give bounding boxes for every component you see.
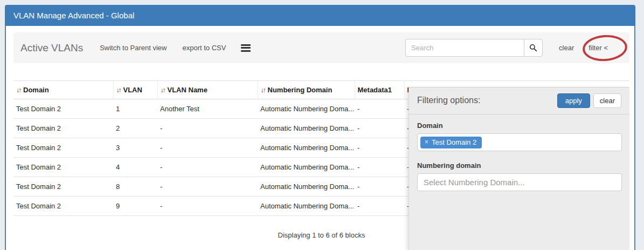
page-title: VLAN Manage Advanced - Global	[13, 11, 134, 20]
cell-numbering_domain: Automatic Numbering Doma...	[258, 119, 355, 138]
search-button[interactable]	[524, 39, 543, 57]
menu-hamburger-icon[interactable]	[241, 43, 251, 53]
column-header-vlan_name[interactable]: ↓↑VLAN Name	[157, 81, 258, 99]
column-header-numbering_domain[interactable]: ↓↑Numbering Domain	[258, 81, 355, 99]
cell-numbering_domain: Automatic Numbering Doma...	[258, 177, 355, 197]
cell-numbering_domain: Automatic Numbering Doma...	[258, 197, 355, 216]
apply-filter-button[interactable]: apply	[557, 93, 590, 108]
cell-domain: Test Domain 2	[13, 177, 113, 197]
cell-metadata1: -	[355, 177, 404, 197]
export-to-csv-button[interactable]: export to CSV	[182, 44, 226, 52]
clear-filter-button[interactable]: clear	[593, 93, 621, 108]
cell-vlan_name: -	[157, 177, 258, 197]
column-header-metadata1: Metadata1	[355, 81, 404, 99]
cell-domain: Test Domain 2	[13, 158, 113, 177]
cell-vlan: 9	[113, 197, 157, 216]
cell-vlan: 2	[113, 119, 157, 138]
clear-search-button[interactable]: clear	[559, 44, 574, 52]
numbering-domain-filter-label: Numbering domain	[417, 161, 621, 170]
cell-vlan: 3	[113, 138, 157, 158]
cell-domain: Test Domain 2	[13, 119, 113, 138]
search-icon	[529, 44, 537, 52]
cell-vlan_name: -	[157, 197, 258, 216]
domain-filter-label: Domain	[417, 121, 621, 130]
domain-filter-input[interactable]: × Test Domain 2	[417, 133, 622, 151]
cell-vlan: 8	[113, 177, 157, 197]
cell-vlan: 1	[113, 99, 157, 119]
cell-metadata1: -	[355, 197, 404, 216]
cell-vlan_name: -	[157, 119, 258, 138]
search-input[interactable]	[405, 39, 524, 57]
filter-panel-header: Filtering options: apply clear	[409, 87, 629, 114]
cell-numbering_domain: Automatic Numbering Doma...	[258, 158, 355, 177]
cell-domain: Test Domain 2	[13, 197, 113, 216]
sort-icon: ↓↑	[16, 86, 20, 94]
switch-to-parent-view-button[interactable]: Switch to Parent view	[100, 44, 167, 52]
sort-icon: ↓↑	[161, 86, 165, 94]
cell-domain: Test Domain 2	[13, 138, 113, 158]
cell-vlan_name: -	[157, 138, 258, 158]
cell-domain: Test Domain 2	[13, 99, 113, 119]
sort-icon: ↓↑	[116, 86, 121, 94]
column-header-vlan[interactable]: ↓↑VLAN	[113, 81, 157, 99]
filter-panel-title: Filtering options:	[417, 96, 480, 105]
page: VLAN Manage Advanced - Global Active VLA…	[0, 0, 644, 250]
remove-tag-icon[interactable]: ×	[425, 138, 428, 146]
filter-panel-body: Domain × Test Domain 2 Numbering domain	[409, 114, 629, 198]
cell-vlan_name: Another Test	[157, 99, 258, 119]
column-header-domain[interactable]: ↓↑Domain	[13, 81, 113, 99]
cell-numbering_domain: Automatic Numbering Doma...	[258, 138, 355, 158]
domain-tag-label: Test Domain 2	[432, 138, 476, 146]
panel-heading: VLAN Manage Advanced - Global	[5, 5, 635, 26]
cell-metadata1: -	[355, 119, 404, 138]
filter-toggle-button[interactable]: filter <	[588, 44, 608, 52]
filter-panel: Filtering options: apply clear Domain × …	[408, 87, 629, 250]
cell-numbering_domain: Automatic Numbering Doma...	[258, 99, 355, 119]
toolbar: Active VLANs Switch to Parent view expor…	[13, 32, 629, 63]
numbering-domain-select-input[interactable]	[417, 173, 622, 191]
sort-icon: ↓↑	[261, 86, 265, 94]
cell-metadata1: -	[355, 99, 404, 119]
cell-metadata1: -	[355, 138, 404, 158]
search-group	[405, 39, 543, 57]
section-title: Active VLANs	[20, 42, 83, 54]
domain-selected-tag[interactable]: × Test Domain 2	[420, 137, 482, 148]
cell-vlan: 4	[113, 158, 157, 177]
cell-vlan_name: -	[157, 158, 258, 177]
cell-metadata1: -	[355, 158, 404, 177]
